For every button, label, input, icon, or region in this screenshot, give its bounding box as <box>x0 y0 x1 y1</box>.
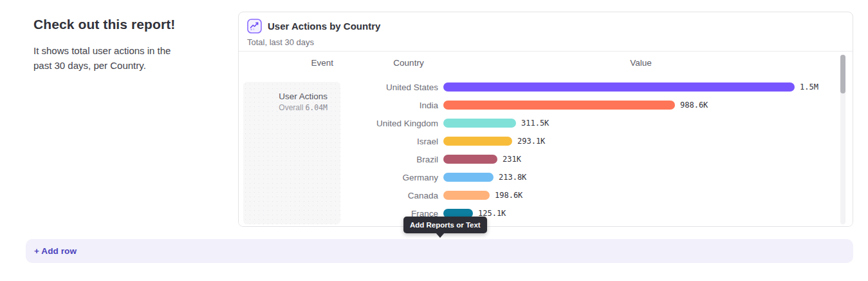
bar-value-label: 311.5K <box>521 119 549 128</box>
bar[interactable] <box>443 82 795 92</box>
scrollbar-thumb[interactable] <box>840 55 845 93</box>
bar[interactable] <box>443 119 516 128</box>
tooltip-arrow <box>436 233 445 238</box>
country-label: Israel <box>239 137 443 146</box>
bar-value-label: 1.5M <box>800 82 818 92</box>
line-chart-icon <box>247 19 262 34</box>
country-label: United Kingdom <box>239 119 443 128</box>
intro-text-block: Check out this report! It shows total us… <box>33 17 201 73</box>
country-label: Germany <box>239 173 443 182</box>
bar-value-label: 213.8K <box>499 173 526 182</box>
bar-value-label: 988.6K <box>680 101 708 110</box>
intro-body: It shows total user actions in the past … <box>33 43 201 73</box>
add-row-button[interactable]: + Add row <box>26 239 853 263</box>
bar-row: Germany213.8K <box>239 168 837 186</box>
report-card-header: User Actions by Country Total, last 30 d… <box>239 12 853 52</box>
scrollbar[interactable] <box>840 55 845 224</box>
bar-chart: Event Country Value User Actions Overall… <box>239 52 853 226</box>
column-header-event: Event <box>243 58 340 68</box>
country-label: Canada <box>239 191 443 200</box>
bar[interactable] <box>443 137 512 146</box>
country-label: Brazil <box>239 155 443 164</box>
bar[interactable] <box>443 155 497 164</box>
report-title: User Actions by Country <box>268 21 380 32</box>
bar[interactable] <box>443 173 494 182</box>
bar-value-label: 198.6K <box>495 191 522 200</box>
add-row-label: + Add row <box>34 246 77 256</box>
intro-heading: Check out this report! <box>33 17 201 32</box>
bar[interactable] <box>443 101 675 110</box>
report-subtitle: Total, last 30 days <box>247 37 844 47</box>
report-card[interactable]: User Actions by Country Total, last 30 d… <box>238 12 853 227</box>
bar-rows: United States1.5MIndia988.6KUnited Kingd… <box>239 78 837 222</box>
bar-value-label: 231K <box>503 155 521 164</box>
bar-row: United Kingdom311.5K <box>239 114 837 132</box>
country-label: United States <box>239 82 443 92</box>
tooltip-label: Add Reports or Text <box>410 221 481 229</box>
bar-row: France125.1K <box>239 204 837 222</box>
bar-row: Israel293.1K <box>239 132 837 150</box>
add-reports-tooltip: Add Reports or Text <box>403 217 487 233</box>
bar-value-label: 293.1K <box>517 137 545 146</box>
bar-row: India988.6K <box>239 96 837 114</box>
country-label: India <box>239 101 443 110</box>
column-header-value: Value <box>609 58 673 68</box>
bar-row: Brazil231K <box>239 150 837 168</box>
column-header-country: Country <box>376 58 441 68</box>
bar-row: Canada198.6K <box>239 186 837 204</box>
bar-row: United States1.5M <box>239 78 837 96</box>
bar[interactable] <box>443 191 490 200</box>
